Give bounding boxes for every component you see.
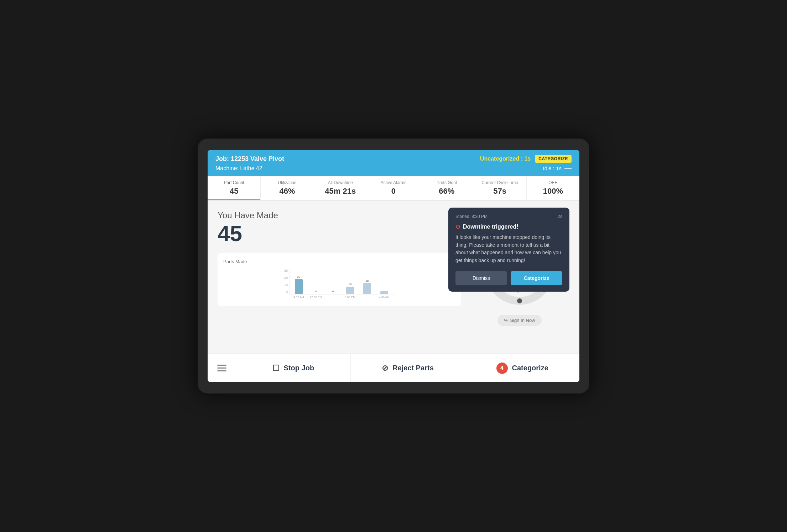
svg-text:4:30 AM: 4:30 AM (293, 296, 304, 299)
svg-text:20: 20 (297, 275, 301, 278)
stat-cycle-time[interactable]: Current Cycle Time 57s (473, 176, 526, 200)
categorize-button[interactable]: Categorize (511, 271, 562, 285)
svg-text:15: 15 (366, 279, 369, 282)
sign-in-icon: ↪ (504, 318, 508, 323)
bottom-bar: ☐ Stop Job ⊘ Reject Parts 4 Categorize (208, 354, 579, 382)
main-content: You Have Made 45 Parts Made ? 30 20 10 0 (208, 200, 579, 354)
svg-text:12:00 PM: 12:00 PM (310, 296, 322, 299)
stat-oee[interactable]: OEE 100% (527, 176, 579, 200)
svg-text:0: 0 (315, 290, 317, 293)
categorize-bottom-button[interactable]: 4 Categorize (465, 354, 579, 382)
sign-in-button[interactable]: ↪ Sign In Now (497, 315, 541, 326)
stat-utilization[interactable]: Utilization 46% (261, 176, 314, 200)
svg-text:20: 20 (284, 276, 288, 280)
categorize-count-badge: 4 (496, 363, 508, 374)
reject-parts-button[interactable]: ⊘ Reject Parts (351, 354, 465, 382)
stat-parts-goal-label: Parts Goal (424, 180, 469, 185)
header-right: Uncategorized : 1s CATEGORIZE (480, 155, 572, 163)
machine-label: Machine: Lathe 42 (215, 165, 262, 172)
stop-job-button[interactable]: ☐ Stop Job (236, 354, 351, 382)
stat-cycle-time-value: 57s (477, 187, 522, 196)
svg-text:8:00 PM: 8:00 PM (345, 296, 355, 299)
svg-text:0: 0 (332, 290, 334, 293)
stat-all-downtime-value: 45m 21s (318, 187, 363, 196)
reject-icon: ⊘ (382, 364, 388, 373)
svg-rect-17 (363, 283, 371, 294)
stat-all-downtime[interactable]: All Downtime 45m 21s (314, 176, 367, 200)
popup-actions: Dismiss Categorize (455, 271, 562, 285)
screen: Job: 12253 Valve Pivot Uncategorized : 1… (208, 150, 579, 382)
popup-timer: 2s (558, 214, 562, 219)
svg-rect-19 (380, 291, 388, 294)
hamburger-icon (217, 365, 226, 371)
svg-text:4:00 AM: 4:00 AM (379, 296, 390, 299)
stat-oee-value: 100% (530, 187, 576, 196)
stat-active-alarms-label: Active Alarms (371, 180, 416, 185)
svg-rect-6 (295, 279, 303, 294)
svg-text:10: 10 (349, 283, 352, 286)
stat-part-count-label: Part Count (211, 180, 257, 185)
stat-parts-goal-value: 66% (424, 187, 469, 196)
dismiss-button[interactable]: Dismiss (455, 271, 507, 285)
popup-header: Started: 8:30 PM 2s (455, 214, 562, 219)
categorize-badge[interactable]: CATEGORIZE (535, 155, 572, 163)
you-have-made-label: You Have Made (218, 210, 461, 220)
device-frame: Job: 12253 Valve Pivot Uncategorized : 1… (198, 139, 589, 393)
svg-rect-12 (329, 294, 337, 294)
parts-made-chart: 30 20 10 0 20 4:30 AM (223, 267, 455, 299)
uncategorized-status: Uncategorized : 1s (480, 156, 531, 162)
svg-text:10: 10 (284, 283, 288, 287)
stat-utilization-value: 46% (264, 187, 310, 196)
idle-dash: — (564, 164, 572, 172)
popup-body: It looks like your machine stopped doing… (455, 234, 562, 265)
downtime-popup: Started: 8:30 PM 2s ⊙ Downtime triggered… (448, 208, 569, 292)
stat-active-alarms[interactable]: Active Alarms 0 (367, 176, 420, 200)
alert-icon: ⊙ (455, 223, 460, 230)
svg-text:30: 30 (284, 269, 288, 272)
stat-cycle-time-label: Current Cycle Time (477, 180, 522, 185)
chart-container: Parts Made ? 30 20 10 0 (218, 253, 461, 306)
stat-part-count[interactable]: Part Count 45 (208, 176, 261, 200)
popup-title: ⊙ Downtime triggered! (455, 223, 562, 230)
stop-icon: ☐ (272, 364, 280, 373)
svg-text:0: 0 (286, 290, 288, 294)
stats-bar: Part Count 45 Utilization 46% All Downti… (208, 176, 579, 200)
stat-all-downtime-label: All Downtime (318, 180, 363, 185)
job-title: Job: 12253 Valve Pivot (215, 155, 284, 163)
menu-button[interactable] (208, 354, 236, 382)
idle-status: Idle : 1s — (543, 164, 572, 172)
stat-utilization-label: Utilization (264, 180, 310, 185)
stat-parts-goal[interactable]: Parts Goal 66% (420, 176, 473, 200)
svg-rect-14 (346, 287, 354, 294)
stat-oee-label: OEE (530, 180, 576, 185)
svg-rect-9 (312, 294, 320, 294)
left-panel: You Have Made 45 Parts Made ? 30 20 10 0 (218, 210, 461, 346)
popup-started: Started: 8:30 PM (455, 214, 488, 219)
header: Job: 12253 Valve Pivot Uncategorized : 1… (208, 150, 579, 176)
chart-title: Parts Made (223, 259, 247, 264)
stat-part-count-value: 45 (211, 187, 257, 196)
big-count: 45 (218, 223, 461, 245)
stat-active-alarms-value: 0 (371, 187, 416, 196)
